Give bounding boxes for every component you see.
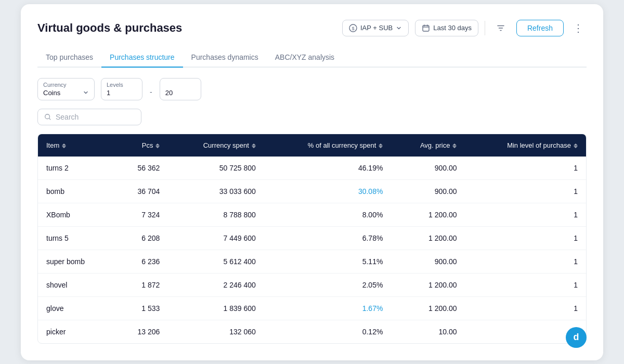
cell-min_level: 1 [465, 296, 586, 320]
cell-avg_price: 10.00 [391, 320, 465, 343]
filter-button[interactable] [491, 19, 510, 37]
header-actions: $ IAP + SUB Last 30 days [342, 19, 587, 37]
cell-pct_currency: 6.78% [264, 226, 392, 250]
cell-item: turns 5 [38, 226, 114, 250]
cell-pct_currency: 0.12% [264, 320, 392, 343]
tab-purchases-structure[interactable]: Purchases structure [101, 48, 183, 68]
cell-min_level: 1 [465, 157, 586, 180]
sort-icon-pct_currency [379, 144, 383, 148]
cell-avg_price: 1 200.00 [391, 296, 465, 320]
levels-from-input[interactable]: Levels [101, 78, 142, 100]
cell-currency_spent: 2 246 400 [168, 273, 264, 296]
calendar-icon [422, 24, 430, 32]
col-header-pct_currency[interactable]: % of all currency spent [264, 134, 392, 157]
date-range-label: Last 30 days [433, 24, 472, 32]
filters-row: Currency Coins Levels - [37, 78, 587, 100]
sort-icon-item [62, 144, 66, 148]
cell-item: XBomb [38, 203, 114, 226]
tab-abc-xyz-analysis[interactable]: ABC/XYZ analysis [267, 48, 343, 68]
filter-icon [496, 23, 505, 33]
svg-rect-2 [423, 25, 429, 31]
table-row: shovel1 8722 246 4002.05%1 200.001 [38, 273, 586, 296]
search-icon [44, 113, 51, 121]
iap-sub-button[interactable]: $ IAP + SUB [342, 20, 409, 36]
cell-min_level: 1 [465, 203, 586, 226]
cell-avg_price: 1 200.00 [391, 273, 465, 296]
currency-value: Coins [43, 89, 60, 97]
cell-min_level: 1 [465, 273, 586, 296]
col-header-min_level[interactable]: Min level of purchase [465, 134, 586, 157]
cell-currency_spent: 1 839 600 [168, 296, 264, 320]
sort-icon-min_level [574, 144, 578, 148]
cell-item: glove [38, 296, 114, 320]
col-header-pcs[interactable]: Pcs [114, 134, 168, 157]
cell-avg_price: 900.00 [391, 179, 465, 203]
cell-item: picker [38, 320, 114, 343]
table-row: turns 256 36250 725 80046.19%900.001 [38, 157, 586, 180]
cell-pcs: 56 362 [114, 157, 168, 180]
cell-min_level: 1 [465, 179, 586, 203]
cell-pct_currency: 2.05% [264, 273, 392, 296]
cell-pcs: 13 206 [114, 320, 168, 343]
cell-min_level: 1 [465, 250, 586, 273]
cell-currency_spent: 33 033 600 [168, 179, 264, 203]
header-divider [485, 21, 485, 35]
sort-icon-pcs [155, 144, 160, 148]
levels-label: Levels [107, 82, 137, 88]
table-row: super bomb6 2365 612 4005.11%900.001 [38, 250, 586, 273]
sort-icon-currency_spent [252, 144, 256, 148]
search-box[interactable] [37, 109, 141, 125]
cell-currency_spent: 5 612 400 [168, 250, 264, 273]
currency-dropdown[interactable]: Currency Coins [37, 78, 95, 100]
levels-to-label [165, 82, 196, 88]
tab-purchases-dynamics[interactable]: Purchases dynamics [183, 48, 267, 68]
col-header-currency_spent[interactable]: Currency spent [168, 134, 264, 157]
table-row: glove1 5331 839 6001.67%1 200.001 [38, 296, 586, 320]
search-input[interactable] [56, 113, 135, 121]
sort-icon-avg_price [452, 144, 457, 148]
data-table: ItemPcsCurrency spent% of all currency s… [38, 134, 586, 343]
cell-item: bomb [38, 179, 114, 203]
table-row: bomb36 70433 033 60030.08%900.001 [38, 179, 586, 203]
cell-avg_price: 1 200.00 [391, 226, 465, 250]
col-header-item[interactable]: Item [38, 134, 114, 157]
cell-pcs: 6 236 [114, 250, 168, 273]
table-row: turns 56 2087 449 6006.78%1 200.001 [38, 226, 586, 250]
card-header: Virtual goods & purchases $ IAP + SUB L [37, 19, 587, 37]
cell-item: super bomb [38, 250, 114, 273]
cell-min_level: 1 [465, 226, 586, 250]
chevron-down-icon [396, 25, 402, 31]
cell-avg_price: 900.00 [391, 250, 465, 273]
refresh-button[interactable]: Refresh [516, 20, 564, 36]
levels-to-input[interactable] [160, 78, 201, 100]
tab-top-purchases[interactable]: Top purchases [37, 48, 101, 68]
cell-currency_spent: 7 449 600 [168, 226, 264, 250]
levels-dash: - [149, 88, 153, 100]
cell-pct_currency: 8.00% [264, 203, 392, 226]
table-header: ItemPcsCurrency spent% of all currency s… [38, 134, 586, 157]
logo-badge: d [566, 327, 587, 348]
cell-pct_currency: 5.11% [264, 250, 392, 273]
levels-to-field[interactable] [165, 89, 191, 97]
cell-pcs: 1 872 [114, 273, 168, 296]
date-range-button[interactable]: Last 30 days [415, 20, 478, 36]
dollar-circle-icon: $ [349, 24, 357, 32]
cell-item: turns 2 [38, 157, 114, 180]
currency-label: Currency [43, 82, 89, 88]
page-title: Virtual goods & purchases [37, 21, 182, 35]
more-options-button[interactable]: ⋮ [570, 20, 587, 36]
cell-avg_price: 900.00 [391, 157, 465, 180]
cell-pcs: 7 324 [114, 203, 168, 226]
chevron-down-small-icon [83, 89, 89, 96]
col-header-avg_price[interactable]: Avg. price [391, 134, 465, 157]
cell-avg_price: 1 200.00 [391, 203, 465, 226]
cell-currency_spent: 132 060 [168, 320, 264, 343]
cell-pct_currency: 46.19% [264, 157, 392, 180]
data-table-wrap: ItemPcsCurrency spent% of all currency s… [37, 134, 587, 344]
table-row: picker13 206132 0600.12%10.001 [38, 320, 586, 343]
levels-from-field[interactable] [107, 89, 133, 97]
cell-pcs: 1 533 [114, 296, 168, 320]
cell-pcs: 36 704 [114, 179, 168, 203]
table-row: XBomb7 3248 788 8008.00%1 200.001 [38, 203, 586, 226]
iap-sub-label: IAP + SUB [360, 24, 393, 32]
